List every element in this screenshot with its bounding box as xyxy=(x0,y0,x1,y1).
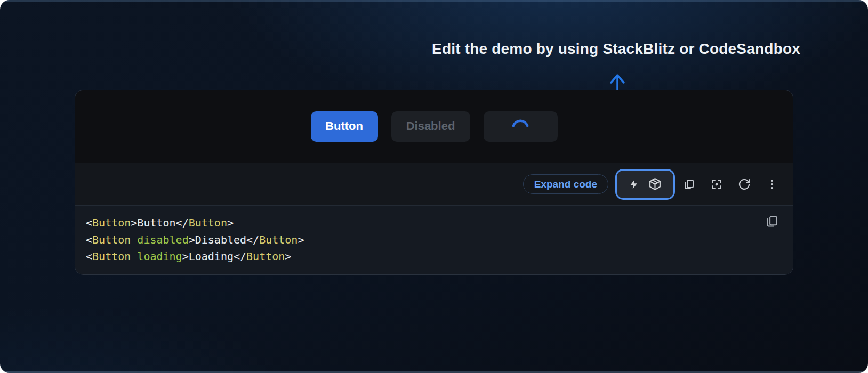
editor-icons-highlight-box xyxy=(615,169,675,200)
copy-demo-button[interactable] xyxy=(675,173,703,196)
disabled-button: Disabled xyxy=(391,111,470,142)
page-background: Edit the demo by using StackBlitz or Cod… xyxy=(0,0,868,373)
demo-toolbar: Expand code xyxy=(75,163,793,206)
demo-card: Button Disabled Expand code xyxy=(75,90,793,275)
kebab-menu-icon xyxy=(766,178,778,191)
copy-icon xyxy=(682,178,695,191)
code-lines: <Button>Button</Button><Button disabled>… xyxy=(86,215,756,265)
isolate-demo-button[interactable] xyxy=(703,173,730,196)
loading-spinner-icon xyxy=(511,117,530,132)
annotation-text: Edit the demo by using StackBlitz or Cod… xyxy=(432,40,800,58)
code-line: <Button>Button</Button> xyxy=(86,215,756,232)
codesandbox-icon[interactable] xyxy=(648,177,662,191)
primary-button[interactable]: Button xyxy=(311,111,378,142)
demo-preview-area: Button Disabled xyxy=(75,90,793,163)
refresh-demo-button[interactable] xyxy=(730,173,758,196)
code-line: <Button loading>Loading</Button> xyxy=(86,248,756,265)
isolate-icon xyxy=(710,178,723,191)
copy-icon xyxy=(765,214,779,229)
more-actions-button[interactable] xyxy=(758,173,786,196)
refresh-icon xyxy=(738,178,751,191)
stackblitz-icon[interactable] xyxy=(629,178,639,191)
loading-button xyxy=(484,111,558,142)
code-line: <Button disabled>Disabled</Button> xyxy=(86,232,756,249)
expand-code-button[interactable]: Expand code xyxy=(523,174,608,194)
code-block: <Button>Button</Button><Button disabled>… xyxy=(75,206,793,274)
top-edge-highlight xyxy=(0,0,868,2)
copy-code-button[interactable] xyxy=(765,214,779,230)
